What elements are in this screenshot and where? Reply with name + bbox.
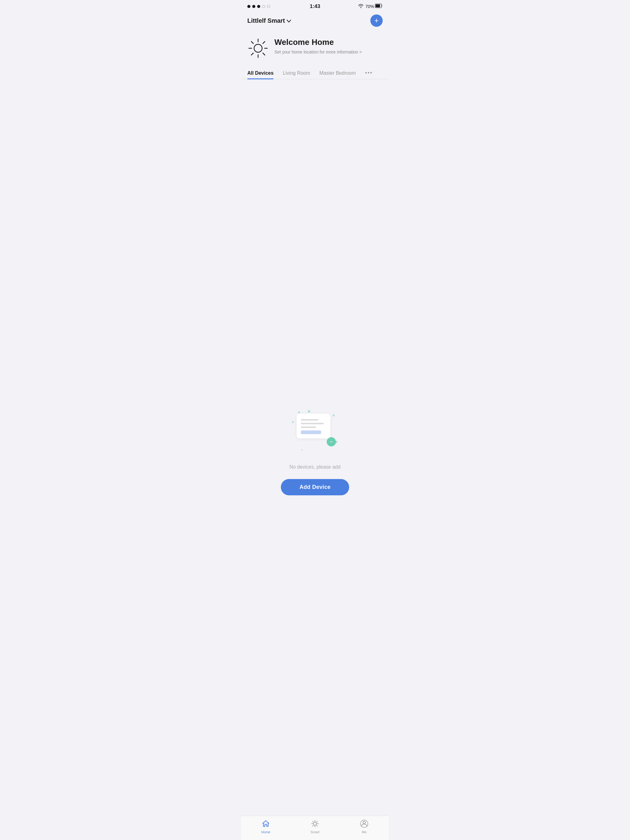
nav-home-label: Home — [261, 830, 270, 834]
nav-smart[interactable]: Smart — [290, 820, 340, 834]
welcome-subtitle[interactable]: Set your home location for more informat… — [274, 49, 362, 54]
tab-living-room[interactable]: Living Room — [283, 67, 310, 79]
svg-line-17 — [317, 825, 317, 826]
empty-message: No devices, please add — [290, 464, 340, 470]
battery-icon — [375, 4, 383, 9]
sun-icon — [247, 38, 269, 59]
svg-line-6 — [251, 41, 253, 44]
signal-dot-1 — [247, 5, 250, 8]
deco-star-1: ✕ — [307, 409, 311, 414]
welcome-section: Welcome Home Set your home location for … — [241, 32, 389, 67]
deco-dot-3 — [301, 449, 302, 450]
battery-status: 70% — [366, 4, 383, 9]
svg-line-16 — [313, 821, 313, 822]
svg-point-10 — [254, 44, 262, 52]
svg-line-19 — [313, 825, 313, 826]
svg-line-18 — [317, 821, 317, 822]
app-header: Littlelf Smart + — [241, 11, 389, 32]
doc-card — [296, 414, 330, 439]
home-selector[interactable]: Littlelf Smart — [247, 17, 291, 24]
svg-line-7 — [263, 53, 265, 55]
svg-point-20 — [363, 821, 366, 824]
empty-state: ✕ ✕ ✕ − No devices, please add Add Devic… — [241, 79, 389, 816]
tab-master-bedroom[interactable]: Master Bedroom — [319, 67, 356, 79]
deco-dot-1 — [298, 411, 300, 413]
chevron-down-icon — [287, 17, 291, 24]
room-tabs: All Devices Living Room Master Bedroom •… — [241, 67, 389, 79]
wifi-icon — [358, 4, 364, 9]
doc-minus-circle: − — [327, 437, 336, 447]
nav-me[interactable]: Me — [340, 820, 389, 834]
status-bar: 1:43 70% — [241, 0, 389, 11]
signal-dot-5 — [267, 5, 270, 8]
svg-line-9 — [251, 53, 253, 55]
deco-dot-2 — [292, 421, 294, 423]
welcome-heading: Welcome Home — [274, 38, 362, 47]
add-device-button[interactable]: Add Device — [281, 479, 349, 495]
doc-blue-bar — [301, 431, 321, 434]
doc-line-2 — [301, 423, 324, 424]
nav-me-label: Me — [362, 830, 366, 834]
home-icon — [262, 820, 270, 829]
battery-percentage: 70% — [366, 4, 374, 9]
smart-icon — [311, 820, 319, 829]
me-icon — [360, 820, 368, 829]
svg-line-8 — [263, 41, 265, 44]
signal-dot-4 — [262, 5, 265, 8]
deco-star-2: ✕ — [332, 414, 335, 418]
home-name: Littlelf Smart — [247, 17, 285, 24]
welcome-text: Welcome Home Set your home location for … — [274, 38, 362, 54]
svg-point-11 — [313, 822, 317, 825]
bottom-navigation: Home Smart Me — [241, 816, 389, 840]
more-tabs-button[interactable]: ••• — [365, 70, 373, 76]
nav-home[interactable]: Home — [241, 820, 290, 834]
signal-dots — [247, 5, 270, 8]
add-button[interactable]: + — [370, 14, 383, 27]
doc-line-1 — [301, 419, 318, 421]
svg-rect-1 — [375, 4, 380, 7]
doc-line-3 — [301, 426, 316, 428]
signal-dot-2 — [252, 5, 255, 8]
signal-dot-3 — [257, 5, 260, 8]
status-right: 70% — [358, 4, 383, 9]
plus-icon: + — [374, 17, 379, 24]
nav-smart-label: Smart — [310, 830, 319, 834]
status-time: 1:43 — [310, 3, 320, 9]
tab-all-devices[interactable]: All Devices — [247, 67, 274, 79]
empty-illustration: ✕ ✕ ✕ − — [290, 406, 340, 455]
